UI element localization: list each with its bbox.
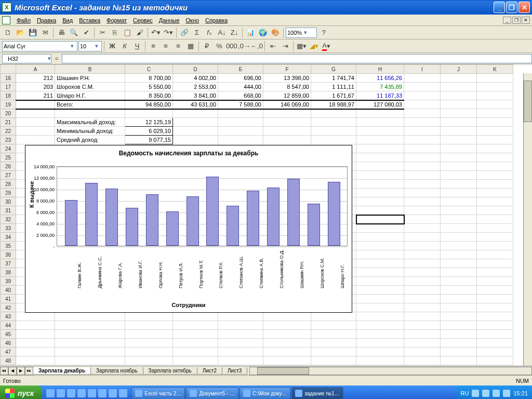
cell[interactable] [404, 118, 441, 127]
fill-color-icon[interactable]: ◢▾ [308, 41, 320, 52]
row-header[interactable]: 21 [1, 118, 16, 127]
taskbar-button[interactable]: Excel часть 2… [131, 387, 185, 399]
menu-help[interactable]: Справка [202, 16, 231, 24]
cell[interactable] [263, 312, 311, 321]
cell[interactable] [263, 136, 311, 144]
cell[interactable] [218, 330, 263, 339]
cell[interactable] [477, 171, 513, 180]
cell[interactable] [356, 180, 404, 189]
cell[interactable] [441, 74, 477, 83]
cell[interactable] [311, 136, 356, 144]
cell[interactable] [441, 171, 477, 180]
cell[interactable] [404, 127, 441, 136]
cell[interactable] [477, 259, 513, 268]
cell[interactable] [218, 356, 263, 365]
cell[interactable] [404, 295, 441, 303]
cell[interactable] [404, 215, 441, 224]
row-header[interactable]: 40 [1, 286, 16, 295]
sort-desc-icon[interactable]: Z↓ [229, 27, 240, 38]
col-header[interactable]: F [263, 65, 311, 74]
cell[interactable] [441, 259, 477, 268]
cell[interactable] [356, 295, 404, 303]
fx-icon[interactable]: fₓ [204, 27, 215, 38]
cell[interactable]: 696,00 [218, 74, 263, 83]
cell[interactable] [218, 321, 263, 330]
cell[interactable] [404, 242, 441, 250]
cell[interactable]: 7 588,00 [218, 100, 263, 109]
cell[interactable] [404, 348, 441, 356]
cell[interactable] [477, 277, 513, 286]
inc-indent-icon[interactable]: ⇥ [280, 41, 291, 52]
cell[interactable]: 12 859,00 [263, 91, 311, 100]
row-header[interactable]: 26 [1, 162, 16, 171]
cell[interactable] [218, 136, 263, 144]
row-header[interactable]: 41 [1, 295, 16, 303]
cell[interactable] [173, 109, 218, 118]
row-header[interactable]: 42 [1, 303, 16, 312]
row-header[interactable]: 46 [1, 339, 16, 348]
cell[interactable] [404, 180, 441, 189]
cell[interactable] [173, 321, 218, 330]
menu-format[interactable]: Формат [103, 16, 130, 24]
cell[interactable]: 1 741,74 [311, 74, 356, 83]
cell[interactable] [477, 303, 513, 312]
italic-icon[interactable]: К [119, 41, 130, 52]
cell[interactable] [55, 321, 125, 330]
tray-icon[interactable] [503, 390, 510, 397]
col-header[interactable]: H [356, 65, 404, 74]
cell[interactable] [404, 206, 441, 215]
cell[interactable] [311, 339, 356, 348]
inc-decimal-icon[interactable]: ,0→ [238, 41, 250, 52]
cell[interactable] [125, 348, 173, 356]
cell[interactable] [441, 250, 477, 259]
sheet-tab[interactable]: Зарплата декабрь [33, 367, 91, 375]
row-header[interactable]: 23 [1, 136, 16, 144]
chart-icon[interactable]: 📊 [245, 27, 256, 38]
cell[interactable] [441, 109, 477, 118]
cell[interactable] [404, 259, 441, 268]
cell[interactable] [477, 109, 513, 118]
cell[interactable] [125, 339, 173, 348]
spell-icon[interactable]: ✔ [81, 27, 92, 38]
cell[interactable] [477, 286, 513, 295]
menu-view[interactable]: Вид [59, 16, 76, 24]
borders-icon[interactable]: ▦▾ [296, 41, 307, 52]
cell[interactable] [16, 127, 55, 136]
cell[interactable]: 9 077,15 [125, 136, 173, 144]
row-header[interactable]: 18 [1, 91, 16, 100]
cell[interactable] [263, 118, 311, 127]
cell[interactable] [477, 118, 513, 127]
cell[interactable] [404, 277, 441, 286]
cell[interactable]: Шпаро Н.Г. [55, 91, 125, 100]
col-header[interactable]: B [55, 65, 125, 74]
ql-icon[interactable] [57, 389, 65, 397]
cell[interactable]: Максимальный доход: [55, 118, 125, 127]
cell[interactable]: 668,00 [218, 91, 263, 100]
cell[interactable] [441, 242, 477, 250]
cell[interactable] [477, 330, 513, 339]
row-header[interactable]: 35 [1, 242, 16, 250]
cell[interactable] [441, 215, 477, 224]
cell[interactable] [173, 330, 218, 339]
row-header[interactable]: 34 [1, 233, 16, 242]
cell[interactable] [477, 250, 513, 259]
tab-prev[interactable]: ◀ [8, 367, 17, 375]
help-icon[interactable]: ? [318, 27, 329, 38]
cell[interactable] [477, 356, 513, 365]
row-header[interactable]: 48 [1, 356, 16, 365]
cell[interactable] [263, 321, 311, 330]
cell[interactable] [404, 330, 441, 339]
cell[interactable] [218, 109, 263, 118]
align-right-icon[interactable]: ≡ [172, 41, 184, 52]
save-icon[interactable]: 💾 [27, 27, 38, 38]
size-combo[interactable]: 10▾ [78, 41, 102, 51]
row-header[interactable]: 16 [1, 74, 16, 83]
ql-icon[interactable] [88, 389, 96, 397]
row-header[interactable]: 19 [1, 100, 16, 109]
clock[interactable]: 15:21 [513, 390, 528, 396]
cell[interactable] [55, 312, 125, 321]
cell[interactable]: 8 700,00 [125, 74, 173, 83]
start-button[interactable]: пуск [0, 385, 42, 399]
cell[interactable]: Минимальный доход: [55, 127, 125, 136]
col-header[interactable]: A [16, 65, 55, 74]
